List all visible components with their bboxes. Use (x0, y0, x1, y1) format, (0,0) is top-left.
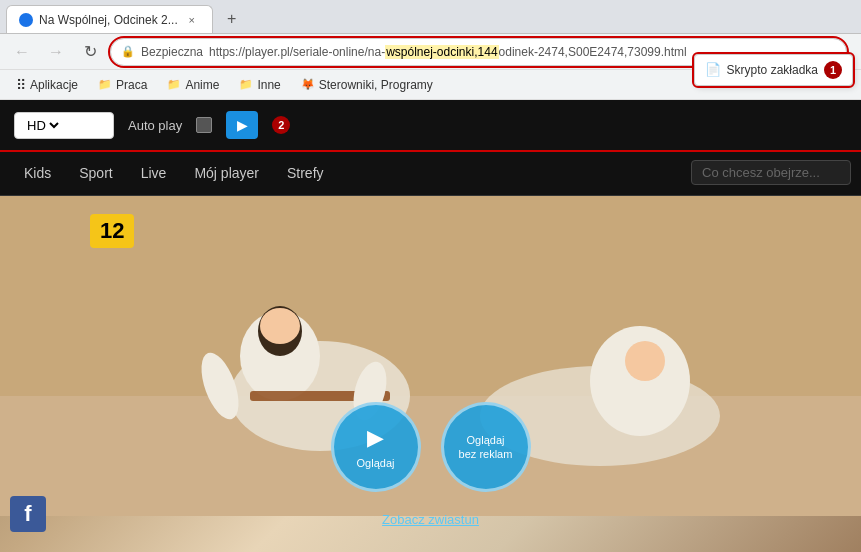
badge-1: 1 (824, 61, 842, 79)
watch-buttons: ▶ Oglądaj Oglądaj bez reklam (331, 402, 531, 492)
bookmark-anime[interactable]: 📁 Anime (159, 75, 227, 95)
site-content: HD SD Auto play ▶ 2 Kids Sport Live Mój … (0, 100, 861, 552)
facebook-icon[interactable]: f (10, 496, 46, 532)
bookmark-praca[interactable]: 📁 Praca (90, 75, 155, 95)
watch-no-ads-label2: bez reklam (459, 447, 513, 461)
play-button[interactable]: ▶ (226, 111, 258, 139)
video-area: 12 f ▶ Oglądaj Oglądaj bez reklam Zobacz… (0, 196, 861, 552)
tab-bar: Na Wspólnej, Odcinek 2... × + (0, 0, 861, 34)
player-controls-bar: HD SD Auto play ▶ 2 (0, 100, 861, 150)
refresh-button[interactable]: ↻ (76, 38, 104, 66)
secure-label: Bezpieczna (141, 45, 203, 59)
watch-no-ads-button[interactable]: Oglądaj bez reklam (441, 402, 531, 492)
age-badge: 12 (90, 214, 134, 248)
folder-icon-praca: 📁 (98, 78, 112, 91)
dropdown-label: Skrypto zakładka (727, 63, 818, 77)
tab-title: Na Wspólnej, Odcinek 2... (39, 13, 178, 27)
bookmark-apps[interactable]: ⠿ Aplikacje (8, 74, 86, 96)
url-prefix: https://player.pl/seriale-online/na- (209, 45, 385, 59)
bookmark-apps-label: Aplikacje (30, 78, 78, 92)
apps-icon: ⠿ (16, 77, 26, 93)
bookmark-anime-label: Anime (185, 78, 219, 92)
svg-point-5 (260, 308, 300, 344)
badge-2: 2 (272, 116, 290, 134)
url-highlight: wspólnej-odcinki,144 (385, 45, 498, 59)
play-icon: ▶ (237, 117, 248, 133)
nav-item-strefy[interactable]: Strefy (273, 150, 338, 196)
bookmark-praca-label: Praca (116, 78, 147, 92)
nav-item-kids[interactable]: Kids (10, 150, 65, 196)
file-icon: 📄 (705, 62, 721, 77)
fox-icon: 🦊 (301, 78, 315, 91)
lock-icon: 🔒 (121, 45, 135, 58)
bookmark-sterowniki[interactable]: 🦊 Sterowniki, Programy (293, 75, 441, 95)
quality-selector[interactable]: HD SD (14, 112, 114, 139)
browser-frame: Na Wspólnej, Odcinek 2... × + ← → ↻ 🔒 Be… (0, 0, 861, 552)
watch-no-ads-label1: Oglądaj (467, 433, 505, 447)
nav-item-live[interactable]: Live (127, 150, 181, 196)
address-bar-row: ← → ↻ 🔒 Bezpieczna https://player.pl/ser… (0, 34, 861, 70)
new-tab-button[interactable]: + (217, 5, 247, 33)
autoplay-checkbox[interactable] (196, 117, 212, 133)
forward-button[interactable]: → (42, 38, 70, 66)
browser-tab[interactable]: Na Wspólnej, Odcinek 2... × (6, 5, 213, 33)
video-background: 12 f ▶ Oglądaj Oglądaj bez reklam Zobacz… (0, 196, 861, 552)
tab-favicon (19, 13, 33, 27)
quality-dropdown[interactable]: HD SD (23, 117, 62, 134)
url-suffix: odinek-2474,S00E2474,73099.html (499, 45, 687, 59)
skrypto-dropdown[interactable]: 📄 Skrypto zakładka 1 (694, 54, 853, 86)
bookmark-inne[interactable]: 📁 Inne (231, 75, 288, 95)
nav-menu: Kids Sport Live Mój player Strefy Co chc… (0, 150, 861, 196)
back-button[interactable]: ← (8, 38, 36, 66)
bookmark-sterowniki-label: Sterowniki, Programy (319, 78, 433, 92)
watch-play-icon: ▶ (367, 424, 384, 453)
watch-button[interactable]: ▶ Oglądaj (331, 402, 421, 492)
tab-close-button[interactable]: × (184, 12, 200, 28)
trailer-link[interactable]: Zobacz zwiastun (382, 512, 479, 527)
folder-icon-anime: 📁 (167, 78, 181, 91)
svg-point-8 (625, 341, 665, 381)
nav-item-sport[interactable]: Sport (65, 150, 126, 196)
watch-label: Oglądaj (357, 456, 395, 470)
folder-icon-inne: 📁 (239, 78, 253, 91)
nav-item-moj-player[interactable]: Mój player (180, 150, 273, 196)
bookmark-inne-label: Inne (257, 78, 280, 92)
autoplay-label: Auto play (128, 118, 182, 133)
search-box[interactable]: Co chcesz obejrze... (691, 160, 851, 185)
address-url: https://player.pl/seriale-online/na-wspó… (209, 45, 687, 59)
